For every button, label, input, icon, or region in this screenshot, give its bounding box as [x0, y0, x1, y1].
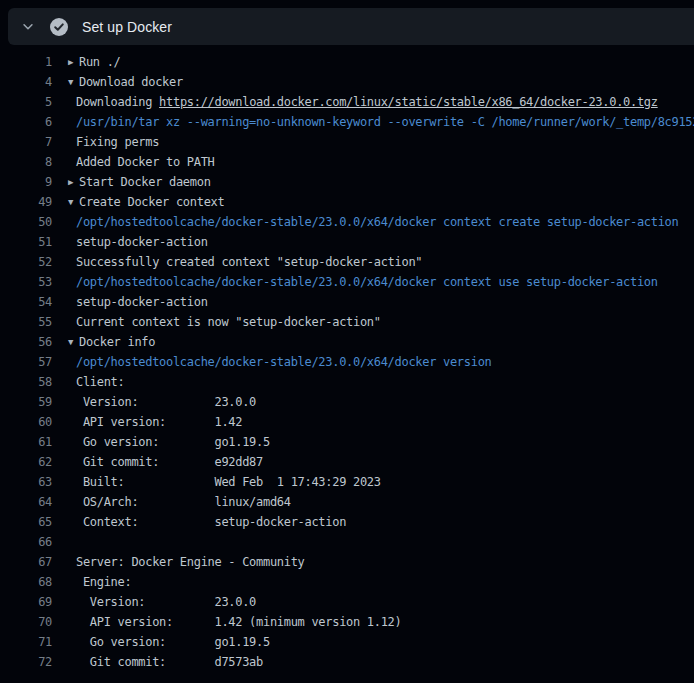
line-number[interactable]: 63 — [0, 472, 52, 492]
line-number[interactable]: 8 — [0, 152, 52, 172]
line-number[interactable]: 58 — [0, 372, 52, 392]
line-number[interactable]: 72 — [0, 652, 52, 672]
log-command-text: /opt/hostedtoolcache/docker-stable/23.0.… — [68, 355, 491, 369]
log-line: 60 API version: 1.42 — [0, 412, 694, 432]
log-line-content: Fixing perms — [68, 132, 159, 152]
line-number[interactable]: 56 — [0, 332, 52, 352]
group-title[interactable]: Docker info — [79, 335, 155, 349]
log-text: Downloading https://download.docker.com/… — [68, 95, 658, 109]
log-line: 7 Fixing perms — [0, 132, 694, 152]
group-title[interactable]: Run ./ — [79, 55, 121, 69]
line-number[interactable]: 59 — [0, 392, 52, 412]
line-number[interactable]: 67 — [0, 552, 52, 572]
log-line-content: Version: 23.0.0 — [68, 392, 256, 412]
line-number[interactable]: 1 — [0, 52, 52, 72]
log-group-row[interactable]: 1 ▶Run ./ — [0, 52, 694, 72]
log-text: Client: — [68, 375, 124, 389]
log-line: 6 /usr/bin/tar xz --warning=no-unknown-k… — [0, 112, 694, 132]
log-text: Version: 23.0.0 — [68, 595, 256, 609]
line-number[interactable]: 60 — [0, 412, 52, 432]
log-line-content: ▶Start Docker daemon — [68, 172, 211, 192]
line-number[interactable]: 65 — [0, 512, 52, 532]
log-text: Successfully created context "setup-dock… — [68, 255, 422, 269]
log-line-content: Server: Docker Engine - Community — [68, 552, 305, 572]
log-text: Go version: go1.19.5 — [68, 635, 270, 649]
line-number[interactable]: 53 — [0, 272, 52, 292]
log-line: 69 Version: 23.0.0 — [0, 592, 694, 612]
log-text: Git commit: e92dd87 — [68, 455, 263, 469]
log-text — [68, 535, 76, 549]
line-number[interactable]: 49 — [0, 192, 52, 212]
log-line: 54 setup-docker-action — [0, 292, 694, 312]
group-expanded-icon[interactable]: ▼ — [68, 192, 79, 212]
log-text: setup-docker-action — [68, 295, 208, 309]
line-number[interactable]: 50 — [0, 212, 52, 232]
log-line: 66 — [0, 532, 694, 552]
log-line-content: Downloading https://download.docker.com/… — [68, 92, 658, 112]
line-number[interactable]: 9 — [0, 172, 52, 192]
log-line: 68 Engine: — [0, 572, 694, 592]
log-line-content: OS/Arch: linux/amd64 — [68, 492, 291, 512]
log-line: 55 Current context is now "setup-docker-… — [0, 312, 694, 332]
line-number[interactable]: 71 — [0, 632, 52, 652]
log-line-content: Built: Wed Feb 1 17:43:29 2023 — [68, 472, 381, 492]
log-line-content: Client: — [68, 372, 124, 392]
line-number[interactable]: 64 — [0, 492, 52, 512]
log-line-content: API version: 1.42 (minimum version 1.12) — [68, 612, 401, 632]
log-text: Engine: — [68, 575, 131, 589]
group-collapsed-icon[interactable]: ▶ — [68, 172, 79, 192]
log-line-content: Version: 23.0.0 — [68, 592, 256, 612]
group-title[interactable]: Create Docker context — [79, 195, 224, 209]
step-header[interactable]: Set up Docker — [8, 8, 694, 45]
line-number[interactable]: 68 — [0, 572, 52, 592]
log-line: 67 Server: Docker Engine - Community — [0, 552, 694, 572]
log-line-content: Git commit: d7573ab — [68, 652, 263, 672]
log-text: setup-docker-action — [68, 235, 208, 249]
line-number[interactable]: 55 — [0, 312, 52, 332]
line-number[interactable]: 57 — [0, 352, 52, 372]
status-check-icon — [50, 18, 68, 36]
line-number[interactable]: 54 — [0, 292, 52, 312]
group-title[interactable]: Download docker — [79, 75, 183, 89]
log-line-content: Engine: — [68, 572, 131, 592]
line-number[interactable]: 5 — [0, 92, 52, 112]
line-number[interactable]: 66 — [0, 532, 52, 552]
log-text: Current context is now "setup-docker-act… — [68, 315, 381, 329]
log-line-content: Added Docker to PATH — [68, 152, 215, 172]
chevron-down-icon[interactable] — [20, 19, 36, 35]
log-group-row[interactable]: 56 ▼Docker info — [0, 332, 694, 352]
log-text: Built: Wed Feb 1 17:43:29 2023 — [68, 475, 381, 489]
log-line-content: setup-docker-action — [68, 232, 208, 252]
download-url-link[interactable]: https://download.docker.com/linux/static… — [159, 95, 658, 109]
log-line: 53 /opt/hostedtoolcache/docker-stable/23… — [0, 272, 694, 292]
line-number[interactable]: 62 — [0, 452, 52, 472]
log-group-row[interactable]: 49 ▼Create Docker context — [0, 192, 694, 212]
log-line: 59 Version: 23.0.0 — [0, 392, 694, 412]
log-text: Git commit: d7573ab — [68, 655, 263, 669]
line-number[interactable]: 69 — [0, 592, 52, 612]
log-line: 51 setup-docker-action — [0, 232, 694, 252]
log-line: 72 Git commit: d7573ab — [0, 652, 694, 672]
log-command-text: /opt/hostedtoolcache/docker-stable/23.0.… — [68, 215, 678, 229]
line-number[interactable]: 61 — [0, 432, 52, 452]
log-line-content: Current context is now "setup-docker-act… — [68, 312, 381, 332]
line-number[interactable]: 52 — [0, 252, 52, 272]
log-line-content — [68, 532, 76, 552]
log-text: API version: 1.42 (minimum version 1.12) — [68, 615, 401, 629]
log-group-row[interactable]: 4 ▼Download docker — [0, 72, 694, 92]
log-command-text: /opt/hostedtoolcache/docker-stable/23.0.… — [68, 275, 658, 289]
line-number[interactable]: 6 — [0, 112, 52, 132]
group-collapsed-icon[interactable]: ▶ — [68, 52, 79, 72]
group-expanded-icon[interactable]: ▼ — [68, 72, 79, 92]
log-text: Server: Docker Engine - Community — [68, 555, 305, 569]
group-expanded-icon[interactable]: ▼ — [68, 332, 79, 352]
line-number[interactable]: 51 — [0, 232, 52, 252]
log-group-row[interactable]: 9 ▶Start Docker daemon — [0, 172, 694, 192]
log-line-content: /opt/hostedtoolcache/docker-stable/23.0.… — [68, 352, 491, 372]
line-number[interactable]: 7 — [0, 132, 52, 152]
log-line-content: /usr/bin/tar xz --warning=no-unknown-key… — [68, 112, 694, 132]
log-command-text: /usr/bin/tar xz --warning=no-unknown-key… — [68, 115, 694, 129]
line-number[interactable]: 4 — [0, 72, 52, 92]
group-title[interactable]: Start Docker daemon — [79, 175, 211, 189]
line-number[interactable]: 70 — [0, 612, 52, 632]
